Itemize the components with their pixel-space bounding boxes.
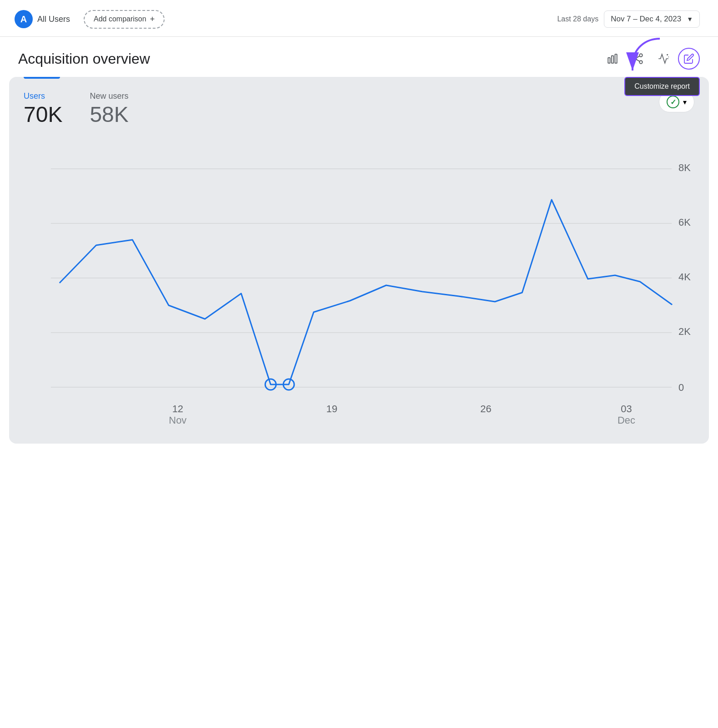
date-range-picker[interactable]: Nov 7 – Dec 4, 2023 ▼ <box>604 10 700 28</box>
svg-text:Dec: Dec <box>618 415 635 426</box>
metrics-row: Users 70K New users 58K ✓ ▾ <box>24 91 694 127</box>
add-comparison-label: Add comparison <box>94 15 146 23</box>
user-chip[interactable]: A All Users <box>13 8 76 30</box>
svg-point-5 <box>639 61 643 64</box>
chart-section: Users 70K New users 58K ✓ ▾ <box>9 77 709 444</box>
svg-rect-0 <box>608 58 610 63</box>
svg-text:Nov: Nov <box>169 415 186 426</box>
svg-text:19: 19 <box>326 403 337 415</box>
insights-icon-button[interactable] <box>653 48 674 70</box>
svg-text:26: 26 <box>480 403 491 415</box>
top-bar: A All Users Add comparison + Last 28 day… <box>0 0 718 37</box>
svg-text:0: 0 <box>678 382 684 393</box>
new-users-value: 58K <box>90 103 128 127</box>
chart-svg: 8K 6K 4K 2K 0 12 Nov 19 26 03 Dec <box>24 142 694 433</box>
svg-point-4 <box>633 57 637 61</box>
svg-point-3 <box>639 54 643 57</box>
user-avatar: A <box>15 10 33 28</box>
svg-text:2K: 2K <box>678 326 691 337</box>
svg-rect-1 <box>612 56 613 63</box>
toolbar-icons: Customize report <box>602 48 700 70</box>
last-days-label: Last 28 days <box>557 15 598 23</box>
svg-text:4K: 4K <box>678 271 691 283</box>
users-label: Users <box>24 91 62 101</box>
svg-line-7 <box>636 56 639 58</box>
new-users-metric: New users 58K <box>90 91 128 127</box>
compare-dropdown-arrow: ▾ <box>683 98 687 106</box>
svg-text:6K: 6K <box>678 217 691 228</box>
add-comparison-button[interactable]: Add comparison + <box>84 10 165 29</box>
compare-check-icon: ✓ <box>667 96 679 108</box>
svg-text:8K: 8K <box>678 162 691 173</box>
svg-rect-2 <box>615 54 617 63</box>
date-range-text: Nov 7 – Dec 4, 2023 <box>611 15 681 24</box>
svg-line-10 <box>668 57 669 57</box>
share-icon-button[interactable] <box>627 48 649 70</box>
chart-container: 8K 6K 4K 2K 0 12 Nov 19 26 03 Dec <box>24 142 694 433</box>
user-label: All Users <box>37 15 70 24</box>
date-range-area: Last 28 days Nov 7 – Dec 4, 2023 ▼ <box>557 10 700 28</box>
page-wrapper: A All Users Add comparison + Last 28 day… <box>0 0 718 728</box>
svg-text:12: 12 <box>172 403 183 415</box>
users-metric: Users 70K <box>24 91 62 127</box>
chevron-down-icon: ▼ <box>687 15 693 23</box>
plus-icon: + <box>150 15 155 24</box>
title-row: Acquisition overview <box>0 37 718 77</box>
customize-report-tooltip: Customize report <box>624 77 700 96</box>
users-value: 70K <box>24 103 62 127</box>
page-title: Acquisition overview <box>18 51 602 67</box>
bar-chart-icon-button[interactable] <box>602 48 623 70</box>
edit-icon-button[interactable] <box>678 48 700 70</box>
svg-text:03: 03 <box>621 403 632 415</box>
new-users-label: New users <box>90 91 128 101</box>
svg-line-6 <box>636 60 639 61</box>
